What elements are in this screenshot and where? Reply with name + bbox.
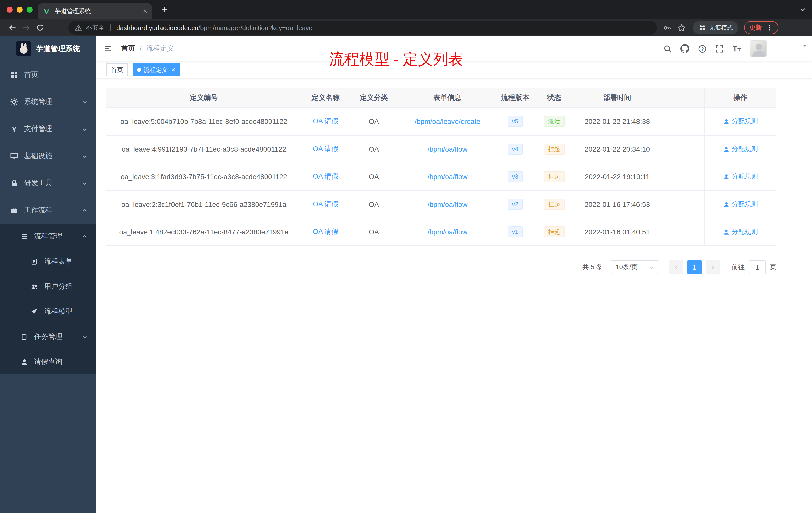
definition-name-link[interactable]: OA 请假 [313,172,339,180]
sidebar-item-home[interactable]: 首页 [0,61,96,88]
prev-page-button[interactable] [669,260,684,274]
definition-name-link[interactable]: OA 请假 [313,228,339,235]
tag-label: 流程定义 [144,63,168,76]
assign-rule-link[interactable]: 分配规则 [723,145,758,154]
sidebar-logo[interactable]: 芋道管理系统 [0,36,96,61]
user-group-icon [30,282,38,291]
page-jump-input[interactable] [749,260,766,274]
security-label: 不安全 [86,23,105,32]
form-link[interactable]: /bpm/oa/flow [428,173,467,181]
list-icon [20,233,28,240]
active-tag-dot [137,67,141,71]
cell-status: 挂起 [533,227,575,237]
browser-update-chip[interactable]: 更新 [744,21,778,34]
status-badge: 挂起 [544,171,565,182]
sidebar-item-process-form[interactable]: 流程表单 [0,249,96,274]
dashboard-icon [10,71,18,79]
cell-category: OA [350,117,398,125]
next-page-button[interactable] [705,260,720,274]
address-bar[interactable]: 不安全 dashboard.yudao.iocoder.cn/bpm/manag… [68,21,657,35]
reload-icon[interactable] [33,21,47,35]
new-tab-button[interactable]: + [158,3,171,16]
definition-name-link[interactable]: OA 请假 [313,200,339,208]
incognito-badge: 无痕模式 [693,21,738,34]
search-icon[interactable] [663,44,672,53]
table-row: oa_leave:5:004b710b-7b8a-11ec-8ef0-acde4… [107,108,776,135]
user-avatar[interactable] [750,40,767,57]
window-minimize-button[interactable] [17,6,23,12]
assign-rule-link[interactable]: 分配规则 [723,228,758,236]
sidebar-item-process-management[interactable]: 流程管理 [0,224,96,249]
column-header: 状态 [533,93,575,102]
bookmark-star-icon[interactable] [677,23,686,32]
help-icon[interactable]: ? [698,44,706,53]
tab-search-icon[interactable] [800,6,806,12]
cell-version: v5 [497,116,533,127]
sidebar-item-system[interactable]: 系统管理 [0,88,96,116]
version-badge: v1 [508,227,523,237]
form-link[interactable]: /bpm/oa/flow [428,145,467,153]
cell-definition-id: oa_leave:2:3c1f0ef1-76b1-11ec-9c66-a2380… [107,200,301,208]
sidebar-item-label: 首页 [24,70,96,79]
assign-rule-link[interactable]: 分配规则 [723,172,758,181]
form-link[interactable]: /bpm/oa/flow [428,228,467,236]
url-host: dashboard.yudao.iocoder.cn [116,24,198,31]
table-header-row: 定义编号 定义名称 定义分类 表单信息 流程版本 状态 部署时间 操作 [107,88,776,108]
tag-close-icon[interactable]: × [171,63,175,76]
breadcrumb-separator: / [140,45,142,53]
cell-actions: 分配规则 [704,135,776,163]
tag-home[interactable]: 首页 [107,63,127,76]
cell-status: 挂起 [533,144,575,155]
github-icon[interactable] [680,44,690,53]
table-row: oa_leave:2:3c1f0ef1-76b1-11ec-9c66-a2380… [107,191,776,218]
pagination: 共 5 条 10条/页 1 前往 页 [107,260,776,274]
cell-category: OA [350,173,398,181]
sidebar-item-label: 流程表单 [44,257,96,266]
back-icon[interactable] [5,21,19,35]
window-zoom-button[interactable] [27,6,33,12]
status-badge: 激活 [544,116,565,127]
sidebar-item-leave-query[interactable]: 请假查询 [0,350,96,374]
forward-icon[interactable] [19,21,33,35]
assign-rule-link[interactable]: 分配规则 [723,117,758,126]
cell-status: 挂起 [533,199,575,210]
sidebar-item-payment[interactable]: ¥ 支付管理 [0,116,96,143]
password-key-icon[interactable] [663,23,671,32]
form-link[interactable]: /bpm/oa/leave/create [414,117,480,125]
chevron-up-icon [82,208,87,213]
cell-version: v2 [497,199,533,210]
yen-icon: ¥ [10,125,18,133]
sidebar-item-dev-tools[interactable]: 研发工具 [0,170,96,197]
status-badge: 挂起 [544,227,565,237]
not-secure-warning-icon [74,24,82,32]
window-close-button[interactable] [6,6,12,12]
form-link[interactable]: /bpm/oa/flow [428,200,467,208]
font-size-icon[interactable] [732,45,741,53]
breadcrumb-home[interactable]: 首页 [121,44,135,53]
definition-name-link[interactable]: OA 请假 [313,117,339,125]
jump-suffix-label: 页 [770,263,776,272]
assign-rule-label: 分配规则 [732,145,758,154]
column-header: 部署时间 [575,93,659,102]
browser-toolbar: 不安全 dashboard.yudao.iocoder.cn/bpm/manag… [0,19,812,36]
column-header: 流程版本 [497,93,533,102]
page-number-button[interactable]: 1 [688,260,701,274]
person-icon [20,358,28,366]
fullscreen-icon[interactable] [715,44,724,53]
assign-rule-link[interactable]: 分配规则 [723,200,758,209]
sidebar-item-infrastructure[interactable]: 基础设施 [0,143,96,170]
tag-process-definition[interactable]: 流程定义 × [133,63,179,76]
sidebar-item-workflow[interactable]: 工作流程 [0,197,96,224]
definition-name-link[interactable]: OA 请假 [313,145,339,153]
browser-menu-dots-icon[interactable] [765,24,773,32]
browser-tab[interactable]: 芋道管理系统 × [38,3,152,19]
sidebar-toggle-icon[interactable] [104,45,113,53]
sidebar-item-label: 工作流程 [24,206,76,215]
page-size-select[interactable]: 10条/页 [611,260,658,274]
caret-down-icon[interactable] [802,43,808,49]
sidebar-item-process-model[interactable]: 流程模型 [0,299,96,324]
screen: 芋道管理系统 × + 不安全 dashboard.yudao.iocoder.c… [0,0,812,513]
sidebar-item-user-group[interactable]: 用户分组 [0,274,96,299]
sidebar-item-task-management[interactable]: 任务管理 [0,324,96,350]
tab-close-icon[interactable]: × [143,7,147,14]
